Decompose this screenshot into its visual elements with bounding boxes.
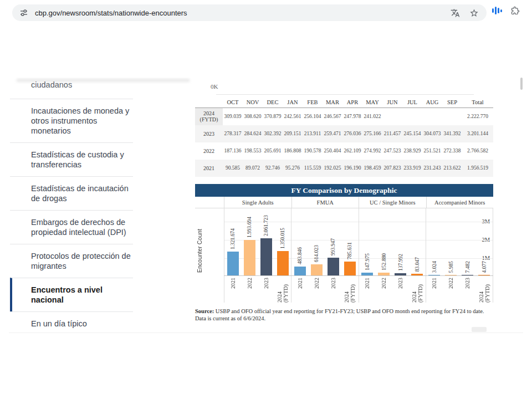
bar-cell: 483.846: [291, 208, 308, 275]
x-label-cell: 2022: [443, 275, 459, 303]
table-cell: 276.036: [342, 125, 362, 142]
table-cell: 370.879: [263, 108, 283, 125]
table-cell: 92.746: [263, 160, 283, 177]
table-row: 2024 (FYTD)309.039308.620370.879242.5612…: [195, 108, 493, 125]
table-cell: 207.823: [382, 160, 402, 177]
table-cell: 284.624: [243, 125, 263, 142]
bar[interactable]: [311, 264, 323, 275]
bar-cell: 137.992: [392, 208, 409, 275]
translate-icon[interactable]: [450, 8, 460, 18]
axis-remnant-line: [216, 94, 474, 95]
sidebar-item[interactable]: En un día típico: [10, 311, 133, 332]
table-cell: 304.073: [422, 125, 442, 142]
table-cell: 187.136: [223, 142, 243, 160]
bar-value-label: 3.024: [432, 261, 437, 273]
x-label-cell: 2023: [325, 275, 341, 303]
source-note: Source: USBP and OFO official year end r…: [195, 308, 494, 322]
sidebar-item-label: Encuentros a nivel nacional: [31, 285, 103, 304]
table-cell: 274.992: [362, 142, 382, 160]
bar-value-label: 1.350.015: [280, 228, 285, 249]
sidebar-item-label: Protocolos de protección de migrantes: [31, 252, 131, 270]
bar-value-label: 5.985: [448, 261, 454, 273]
bar[interactable]: [260, 238, 272, 275]
bar-cell: 614.023: [308, 208, 325, 275]
table-cell: 190.578: [303, 142, 323, 160]
read-aloud-audio-icon[interactable]: [492, 6, 502, 15]
table-cell: 238.929: [402, 142, 422, 160]
sidebar-list: Incautaciones de moneda y otros instrume…: [10, 99, 133, 332]
bar-value-label: 7.482: [465, 261, 470, 273]
table-cell: 115.559: [303, 160, 323, 177]
table-cell: 205.691: [263, 142, 283, 160]
bar-value-label: 785.631: [347, 242, 352, 259]
chart-group: 3.0245.9857.4824.0772021202220232024 (FY…: [426, 208, 493, 303]
bar-cell: 1.350.015: [274, 208, 291, 275]
x-labels-row: 2021202220232024 (FYTD): [426, 275, 493, 303]
sidebar-item[interactable]: Estadísticas de incautación de drogas: [10, 176, 133, 210]
table-cell: 213.911: [303, 125, 323, 142]
x-label-cell: 2021: [291, 275, 308, 303]
sidebar-item[interactable]: Incautaciones de moneda y otros instrume…: [10, 99, 133, 142]
extensions-puzzle-icon[interactable]: [510, 6, 520, 16]
browser-toolbar: cbp.gov/newsroom/stats/nationwide-encoun…: [0, 0, 532, 29]
table-column-header: SEP: [442, 98, 462, 108]
bar[interactable]: [277, 251, 289, 275]
table-cell: 262.109: [342, 142, 362, 160]
x-labels-row: 2021202220232024 (FYTD): [291, 275, 358, 303]
table-cell: 241.022: [362, 108, 382, 125]
site-settings-icon[interactable]: [19, 8, 29, 18]
table-cell: 89.072: [243, 160, 263, 177]
x-label-cell: 2023: [258, 275, 274, 303]
demographic-header: UC / Single Minors: [359, 197, 426, 208]
monthly-encounters-table: OCTNOVDECJANFEBMARAPRMAYJUNJULAUGSEPTota…: [195, 98, 493, 177]
scrollbar-thumb[interactable]: [520, 78, 523, 90]
address-bar[interactable]: cbp.gov/newsroom/stats/nationwide-encoun…: [12, 4, 487, 21]
bar[interactable]: [344, 262, 356, 275]
table-column-header: APR: [342, 98, 362, 108]
bar-value-label: 4.077: [482, 261, 487, 273]
demographic-header: Single Adults: [224, 197, 291, 208]
plot-area: 1.321.6741.993.6942.061.7231.350.0152021…: [224, 208, 493, 303]
table-cell: 231.243: [422, 160, 442, 177]
bookmark-star-icon[interactable]: [469, 8, 479, 18]
table-cell: 275.166: [362, 125, 382, 142]
bar-value-label: 1.993.694: [247, 217, 252, 238]
bars-row: 483.846614.023993.947785.631: [291, 208, 358, 275]
table-cell: [382, 108, 402, 125]
x-label-cell: 2024 (FYTD): [409, 275, 426, 303]
x-tick-label: 2021: [297, 278, 303, 289]
url-text[interactable]: cbp.gov/newsroom/stats/nationwide-encoun…: [35, 9, 450, 17]
bar[interactable]: [328, 258, 339, 275]
bars-row: 1.321.6741.993.6942.061.7231.350.015: [224, 208, 291, 275]
table-column-header: JUL: [402, 98, 422, 108]
bar-value-label: 152.880: [381, 253, 387, 270]
sidebar-item[interactable]: Protocolos de protección de migrantes: [10, 244, 133, 278]
bar-cell: 1.321.674: [224, 208, 241, 275]
table-cell: 95.276: [283, 160, 303, 177]
bar[interactable]: [227, 252, 239, 275]
table-cell: 302.392: [263, 125, 283, 142]
bar[interactable]: [244, 240, 255, 275]
bar-value-label: 483.846: [297, 247, 303, 264]
fy-comparison-chart: Encounter Count 3M 2M 1M 1.321.6741.993.…: [195, 208, 493, 303]
sidebar-item[interactable]: Embargos de derechos de propiedad intele…: [10, 210, 133, 244]
x-label-cell: 2022: [376, 275, 392, 303]
sidebar-item[interactable]: Encuentros a nivel nacional: [10, 278, 133, 311]
table-cell: [422, 108, 442, 125]
table-cell: 209.151: [283, 125, 303, 142]
bar-cell: 2.061.723: [258, 208, 274, 275]
sidebar-item-label: Embargos de derechos de propiedad intele…: [31, 218, 126, 237]
sidebar-item-clipped[interactable]: ciudadanos: [10, 80, 72, 89]
table-cell: 211.457: [382, 125, 402, 142]
sidebar-item[interactable]: Estadísticas de custodia y transferencia…: [10, 142, 133, 176]
bar-value-label: 2.061.723: [263, 215, 269, 236]
bar[interactable]: [294, 267, 306, 275]
x-tick-label: 2024 (FYTD): [344, 278, 356, 303]
x-tick-label: 2022: [381, 278, 387, 289]
chart-groups: 1.321.6741.993.6942.061.7231.350.0152021…: [224, 208, 493, 303]
table-cell: 90.585: [223, 160, 243, 177]
table-column-header: DEC: [263, 98, 283, 108]
table-cell: 309.039: [223, 108, 243, 125]
demographic-header: FMUA: [291, 197, 359, 208]
table-cell: 247.523: [382, 142, 402, 160]
